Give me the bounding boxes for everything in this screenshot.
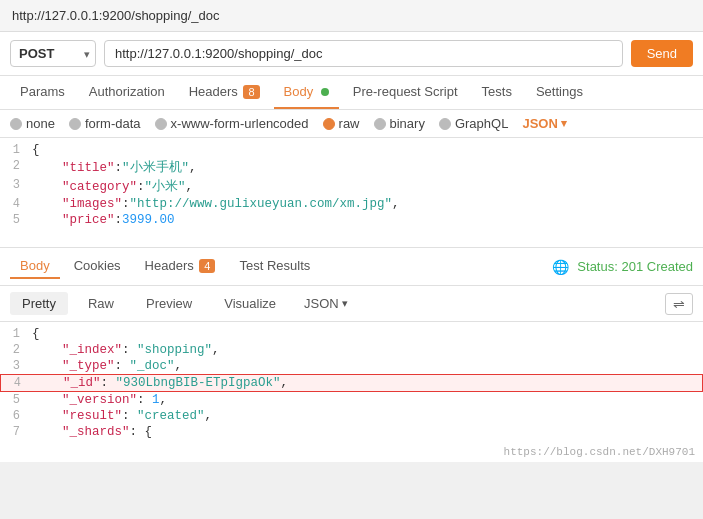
resp-line-5: 5 "_version": 1, <box>0 392 703 408</box>
radio-form-data <box>69 118 81 130</box>
resp-tab-headers[interactable]: Headers 4 <box>135 254 226 279</box>
tab-pre-request[interactable]: Pre-request Script <box>343 76 468 109</box>
resp-btn-pretty[interactable]: Pretty <box>10 292 68 315</box>
req-line-3: 3 "category":"小米", <box>0 177 703 196</box>
resp-line-6: 6 "result": "created", <box>0 408 703 424</box>
tab-tests[interactable]: Tests <box>472 76 522 109</box>
method-select[interactable]: POST GET PUT DELETE <box>10 40 96 67</box>
tab-params[interactable]: Params <box>10 76 75 109</box>
option-binary[interactable]: binary <box>374 116 425 131</box>
radio-none <box>10 118 22 130</box>
send-button[interactable]: Send <box>631 40 693 67</box>
response-code-area: 1 { 2 "_index": "shopping", 3 "_type": "… <box>0 322 703 462</box>
window-title: http://127.0.0.1:9200/shopping/_doc <box>0 0 703 32</box>
globe-icon: 🌐 <box>552 259 569 275</box>
url-input[interactable] <box>104 40 623 67</box>
request-code-area: 1 { 2 "title":"小米手机", 3 "category":"小米",… <box>0 138 703 248</box>
body-options: none form-data x-www-form-urlencoded raw… <box>0 110 703 138</box>
tab-body[interactable]: Body <box>274 76 339 109</box>
status-area: 🌐 Status: 201 Created <box>552 259 693 275</box>
json-format-select[interactable]: JSON ▾ <box>522 116 566 131</box>
resp-btn-raw[interactable]: Raw <box>76 292 126 315</box>
option-none[interactable]: none <box>10 116 55 131</box>
tab-settings[interactable]: Settings <box>526 76 593 109</box>
resp-line-1: 1 { <box>0 326 703 342</box>
response-section: Body Cookies Headers 4 Test Results 🌐 St… <box>0 248 703 462</box>
req-line-4: 4 "images":"http://www.gulixueyuan.com/x… <box>0 196 703 212</box>
resp-btn-preview[interactable]: Preview <box>134 292 204 315</box>
tab-authorization[interactable]: Authorization <box>79 76 175 109</box>
resp-tab-body[interactable]: Body <box>10 254 60 279</box>
resp-line-7: 7 "_shards": { <box>0 424 703 440</box>
resp-tab-cookies[interactable]: Cookies <box>64 254 131 279</box>
option-urlencoded[interactable]: x-www-form-urlencoded <box>155 116 309 131</box>
toolbar: POST GET PUT DELETE Send <box>0 32 703 76</box>
tab-headers[interactable]: Headers 8 <box>179 76 270 109</box>
resp-json-format[interactable]: JSON ▾ <box>304 296 348 311</box>
option-form-data[interactable]: form-data <box>69 116 141 131</box>
req-line-5: 5 "price":3999.00 <box>0 212 703 228</box>
radio-raw <box>323 118 335 130</box>
option-raw[interactable]: raw <box>323 116 360 131</box>
radio-binary <box>374 118 386 130</box>
resp-tab-test-results[interactable]: Test Results <box>229 254 320 279</box>
option-graphql[interactable]: GraphQL <box>439 116 508 131</box>
request-tabs: Params Authorization Headers 8 Body Pre-… <box>0 76 703 110</box>
response-tabs: Body Cookies Headers 4 Test Results 🌐 St… <box>0 248 703 286</box>
method-wrapper: POST GET PUT DELETE <box>10 40 96 67</box>
status-badge: Status: 201 Created <box>577 259 693 274</box>
radio-graphql <box>439 118 451 130</box>
format-icon-button[interactable]: ⇌ <box>665 293 693 315</box>
resp-body-options: Pretty Raw Preview Visualize JSON ▾ ⇌ <box>0 286 703 322</box>
resp-line-2: 2 "_index": "shopping", <box>0 342 703 358</box>
resp-line-4: 4 "_id": "930LbngBIB-ETpIgpaOk", <box>0 374 703 392</box>
watermark: https://blog.csdn.net/DXH9701 <box>504 446 695 458</box>
resp-line-3: 3 "_type": "_doc", <box>0 358 703 374</box>
req-line-2: 2 "title":"小米手机", <box>0 158 703 177</box>
radio-urlencoded <box>155 118 167 130</box>
resp-btn-visualize[interactable]: Visualize <box>212 292 288 315</box>
req-line-1: 1 { <box>0 142 703 158</box>
